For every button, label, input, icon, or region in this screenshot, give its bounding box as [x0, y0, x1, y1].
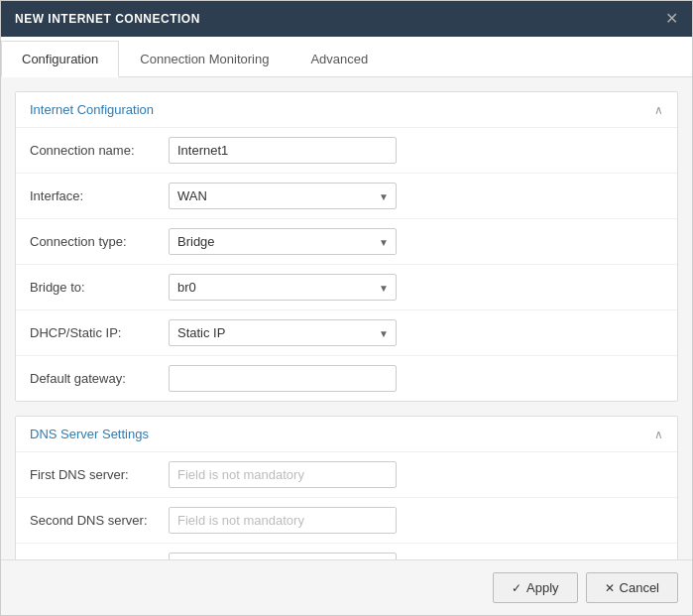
apply-icon: ✓	[512, 581, 521, 595]
dhcp-static-label: DHCP/Static IP:	[30, 325, 169, 340]
cancel-button[interactable]: ✕ Cancel	[586, 572, 678, 603]
default-gateway-label: Default gateway:	[30, 371, 169, 386]
default-gateway-row: Default gateway:	[16, 356, 677, 401]
dialog-tabs: Configuration Connection Monitoring Adva…	[1, 37, 692, 77]
dialog-footer: ✓ Apply ✕ Cancel	[1, 559, 692, 615]
third-dns-input[interactable]	[169, 553, 397, 559]
second-dns-input[interactable]	[169, 507, 397, 534]
first-dns-input[interactable]	[169, 461, 397, 488]
interface-select[interactable]: WAN LAN WAN2	[169, 183, 397, 209]
bridge-to-control: br0 br1 br2	[169, 274, 397, 301]
second-dns-row: Second DNS server:	[16, 498, 677, 544]
apply-label: Apply	[526, 580, 559, 595]
second-dns-control	[169, 507, 397, 534]
default-gateway-input[interactable]	[169, 365, 397, 392]
connection-name-input[interactable]	[169, 137, 397, 164]
internet-config-section: Internet Configuration ∧ Connection name…	[15, 91, 678, 402]
dns-settings-title: DNS Server Settings	[30, 427, 149, 441]
first-dns-row: First DNS server:	[16, 452, 677, 498]
second-dns-label: Second DNS server:	[30, 513, 169, 528]
connection-name-row: Connection name:	[16, 128, 677, 174]
connection-type-select-wrap: Bridge DHCP PPPoE Static IP	[169, 228, 397, 255]
dns-settings-header: DNS Server Settings ∧	[16, 417, 677, 452]
cancel-icon: ✕	[605, 581, 615, 595]
internet-config-toggle[interactable]: ∧	[654, 103, 663, 117]
close-button[interactable]: ✕	[665, 11, 678, 27]
bridge-to-row: Bridge to: br0 br1 br2	[16, 265, 677, 310]
connection-name-label: Connection name:	[30, 143, 169, 158]
interface-label: Interface:	[30, 188, 169, 203]
dns-settings-toggle[interactable]: ∧	[654, 428, 663, 441]
interface-select-wrap: WAN LAN WAN2	[169, 183, 397, 209]
interface-control: WAN LAN WAN2	[169, 183, 397, 209]
connection-type-select[interactable]: Bridge DHCP PPPoE Static IP	[169, 228, 397, 255]
internet-config-title: Internet Configuration	[30, 102, 154, 117]
bridge-to-select-wrap: br0 br1 br2	[169, 274, 397, 301]
dhcp-static-select[interactable]: Static IP DHCP	[169, 319, 397, 346]
dhcp-static-row: DHCP/Static IP: Static IP DHCP	[16, 310, 677, 356]
new-internet-connection-dialog: NEW INTERNET CONNECTION ✕ Configuration …	[0, 0, 693, 616]
third-dns-control	[169, 553, 397, 559]
internet-config-header: Internet Configuration ∧	[16, 92, 677, 128]
cancel-label: Cancel	[620, 580, 659, 595]
bridge-to-label: Bridge to:	[30, 280, 169, 295]
dialog-body: Internet Configuration ∧ Connection name…	[1, 77, 692, 559]
apply-button[interactable]: ✓ Apply	[493, 572, 578, 603]
first-dns-label: First DNS server:	[30, 467, 169, 482]
tab-connection-monitoring[interactable]: Connection Monitoring	[119, 41, 289, 77]
interface-row: Interface: WAN LAN WAN2	[16, 174, 677, 219]
dhcp-static-control: Static IP DHCP	[169, 319, 397, 346]
dhcp-static-select-wrap: Static IP DHCP	[169, 319, 397, 346]
default-gateway-control	[169, 365, 397, 392]
dns-settings-section: DNS Server Settings ∧ First DNS server: …	[15, 416, 678, 559]
tab-advanced[interactable]: Advanced	[289, 41, 389, 77]
dialog-titlebar: NEW INTERNET CONNECTION ✕	[1, 1, 692, 37]
connection-type-control: Bridge DHCP PPPoE Static IP	[169, 228, 397, 255]
tab-configuration[interactable]: Configuration	[1, 41, 119, 77]
connection-type-label: Connection type:	[30, 234, 169, 249]
connection-type-row: Connection type: Bridge DHCP PPPoE Stati…	[16, 219, 677, 265]
bridge-to-select[interactable]: br0 br1 br2	[169, 274, 397, 301]
dialog-title: NEW INTERNET CONNECTION	[15, 12, 200, 26]
third-dns-row: Third DNS server:	[16, 544, 677, 559]
first-dns-control	[169, 461, 397, 488]
connection-name-control	[169, 137, 397, 164]
